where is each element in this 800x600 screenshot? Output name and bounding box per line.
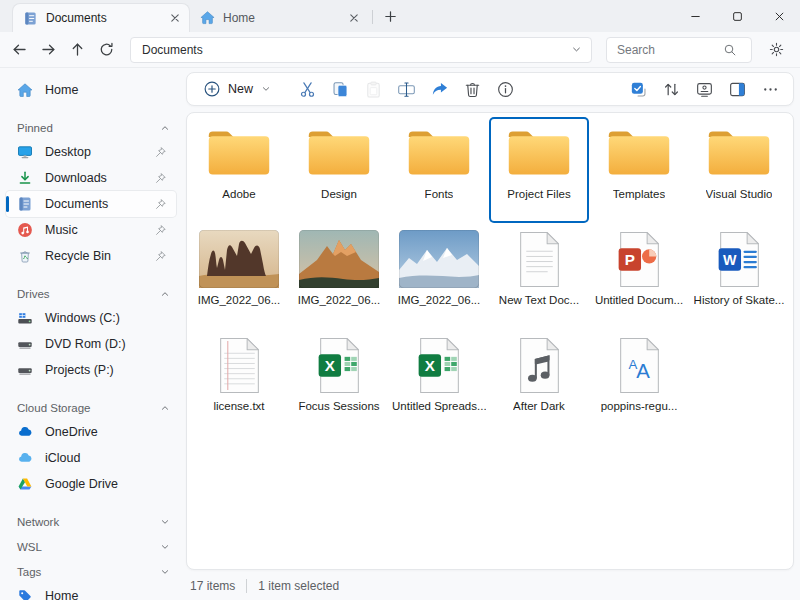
new-tab-button[interactable] xyxy=(377,3,403,29)
maximize-button[interactable] xyxy=(716,0,758,32)
toolbar-right-actions xyxy=(625,76,783,102)
section-label: Cloud Storage xyxy=(17,402,91,414)
chevron-down-icon[interactable] xyxy=(570,43,583,56)
file-new-text-doc[interactable]: New Text Doc... xyxy=(489,223,589,329)
sidebar-item-dvd-rom-d[interactable]: DVD Rom (D:) xyxy=(6,331,176,357)
sidebar-item-recycle-bin[interactable]: Recycle Bin xyxy=(6,243,176,269)
sidebar-item-home[interactable]: Home xyxy=(6,77,176,103)
file-visual-studio[interactable]: Visual Studio xyxy=(689,117,789,223)
minimize-button[interactable] xyxy=(674,0,716,32)
chevron-down-icon[interactable] xyxy=(159,541,171,553)
tab-home[interactable]: Home xyxy=(190,3,368,32)
document-icon xyxy=(17,196,33,212)
google-drive-icon xyxy=(17,476,33,492)
up-button[interactable] xyxy=(64,37,90,63)
file-img-2022-06[interactable]: IMG_2022_06... xyxy=(189,223,289,329)
file-untitled-spreads[interactable]: XUntitled Spreads... xyxy=(389,329,489,435)
file-adobe[interactable]: Adobe xyxy=(189,117,289,223)
chevron-up-icon[interactable] xyxy=(159,122,171,134)
file-img-2022-06[interactable]: IMG_2022_06... xyxy=(389,223,489,329)
toolbar-left-actions xyxy=(294,76,518,102)
file-name: Untitled Spreads... xyxy=(392,400,486,412)
new-button[interactable]: New xyxy=(197,77,278,101)
chevron-down-icon[interactable] xyxy=(159,516,171,528)
chevron-up-icon[interactable] xyxy=(159,288,171,300)
file-focus-sessions[interactable]: XFocus Sessions xyxy=(289,329,389,435)
file-design[interactable]: Design xyxy=(289,117,389,223)
sidebar-section-header-network[interactable]: Network xyxy=(0,510,182,533)
rename-button[interactable] xyxy=(393,76,419,102)
file-templates[interactable]: Templates xyxy=(589,117,689,223)
forward-button[interactable] xyxy=(35,37,61,63)
pin-icon xyxy=(154,198,167,211)
share-button[interactable] xyxy=(426,76,452,102)
paste-button[interactable] xyxy=(360,76,386,102)
sidebar-section-header-wsl[interactable]: WSL xyxy=(0,535,182,558)
svg-text:X: X xyxy=(424,357,435,374)
item-count: 17 items xyxy=(190,579,235,593)
file-after-dark[interactable]: After Dark xyxy=(489,329,589,435)
file-name: Focus Sessions xyxy=(298,400,379,412)
sidebar-item-label: Projects (P:) xyxy=(45,363,114,377)
back-button[interactable] xyxy=(6,37,32,63)
sidebar-item-desktop[interactable]: Desktop xyxy=(6,139,176,165)
paste-icon xyxy=(364,80,383,99)
sidebar-section-header-tags[interactable]: Tags xyxy=(0,560,182,583)
tab-divider xyxy=(372,10,373,24)
sidebar-item-onedrive[interactable]: OneDrive xyxy=(6,419,176,445)
sidebar-section-cloud-storage: Cloud StorageOneDriveiCloudGoogle Drive xyxy=(0,396,182,497)
properties-icon xyxy=(496,80,515,99)
section-label: Pinned xyxy=(17,122,53,134)
sidebar-item-documents[interactable]: Documents xyxy=(6,191,176,217)
sidebar-section-header-pinned[interactable]: Pinned xyxy=(0,116,182,139)
sidebar-item-icloud[interactable]: iCloud xyxy=(6,445,176,471)
delete-button[interactable] xyxy=(459,76,485,102)
tab-close-icon[interactable] xyxy=(346,10,362,26)
chevron-down-icon[interactable] xyxy=(159,566,171,578)
address-bar[interactable]: Documents xyxy=(130,37,592,63)
text-ruled-icon xyxy=(217,335,262,395)
search-box[interactable] xyxy=(606,37,752,63)
file-untitled-docum[interactable]: PUntitled Docum... xyxy=(589,223,689,329)
file-img-2022-06[interactable]: IMG_2022_06... xyxy=(289,223,389,329)
folder-icon xyxy=(504,123,574,183)
chevron-up-icon[interactable] xyxy=(159,402,171,414)
sidebar-item-projects-p[interactable]: Projects (P:) xyxy=(6,357,176,383)
copy-button[interactable] xyxy=(327,76,353,102)
pin-icon xyxy=(154,146,167,159)
settings-button[interactable] xyxy=(761,36,791,64)
sidebar-item-home[interactable]: Home xyxy=(6,583,176,600)
file-license-txt[interactable]: license.txt xyxy=(189,329,289,435)
refresh-button[interactable] xyxy=(93,37,119,63)
file-fonts[interactable]: Fonts xyxy=(389,117,489,223)
sidebar-section-header-cloud-storage[interactable]: Cloud Storage xyxy=(0,396,182,419)
sidebar-item-music[interactable]: Music xyxy=(6,217,176,243)
multi-select-button[interactable] xyxy=(625,76,651,102)
close-button[interactable] xyxy=(758,0,800,32)
image-mountain-icon xyxy=(299,229,379,289)
sort-button[interactable] xyxy=(658,76,684,102)
view-button[interactable] xyxy=(691,76,717,102)
file-name: New Text Doc... xyxy=(499,294,579,306)
cut-button[interactable] xyxy=(294,76,320,102)
file-history-of-skate[interactable]: WHistory of Skate... xyxy=(689,223,789,329)
sidebar-item-google-drive[interactable]: Google Drive xyxy=(6,471,176,497)
tab-documents[interactable]: Documents xyxy=(12,3,190,32)
search-input[interactable] xyxy=(611,43,723,57)
maximize-icon xyxy=(732,11,743,22)
sidebar-section-wsl: WSL xyxy=(0,535,182,558)
multi-select-icon xyxy=(629,80,648,99)
sidebar-section-header-drives[interactable]: Drives xyxy=(0,282,182,305)
document-icon xyxy=(23,11,38,26)
svg-text:W: W xyxy=(723,252,737,268)
properties-button[interactable] xyxy=(492,76,518,102)
file-project-files[interactable]: Project Files xyxy=(489,117,589,223)
file-poppins-regu[interactable]: AApoppins-regu... xyxy=(589,329,689,435)
sidebar-item-windows-c[interactable]: Windows (C:) xyxy=(6,305,176,331)
details-pane-button[interactable] xyxy=(724,76,750,102)
home-icon xyxy=(200,10,215,25)
sidebar-item-downloads[interactable]: Downloads xyxy=(6,165,176,191)
tab-close-icon[interactable] xyxy=(167,10,183,26)
sidebar-item-label: Documents xyxy=(45,197,108,211)
more-button[interactable] xyxy=(757,76,783,102)
